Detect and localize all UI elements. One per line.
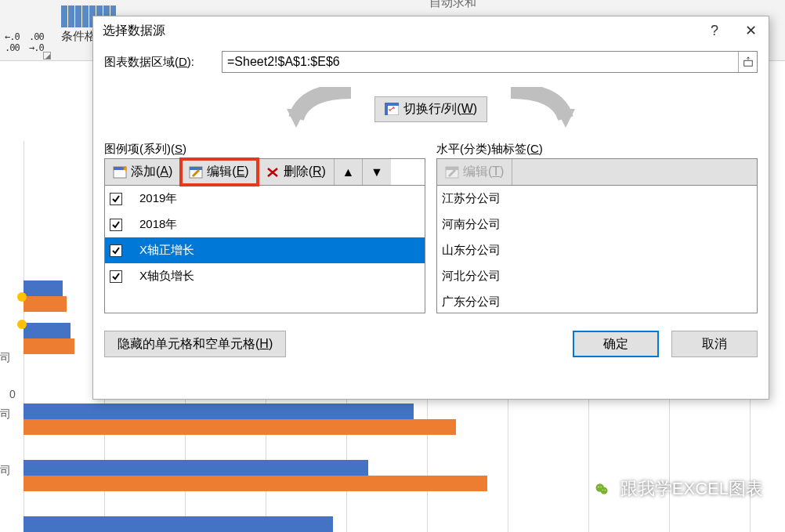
ok-button[interactable]: 确定 xyxy=(573,331,659,357)
category-item-label: 江苏分公司 xyxy=(442,191,501,206)
axis-zero-label: 0 xyxy=(9,388,16,400)
select-data-source-dialog: 选择数据源 ? ✕ 图表数据区域(D): xyxy=(92,16,769,400)
series-item-label: X轴正增长 xyxy=(132,243,194,258)
series-toolbar: ✶ 添加(A) 编辑(E) 删除(R) ▲ ▼ xyxy=(104,158,425,185)
chart-bar xyxy=(24,296,67,312)
chart-data-range-label: 图表数据区域(D): xyxy=(104,55,222,70)
add-icon: ✶ xyxy=(113,166,127,179)
switch-row-column-button[interactable]: 切换行/列(W) xyxy=(374,96,487,122)
series-checkbox[interactable] xyxy=(110,193,122,205)
category-list-item[interactable]: 河北分公司 xyxy=(437,263,757,289)
category-axis-label: 司 xyxy=(0,407,11,422)
category-list-item[interactable]: 河南分公司 xyxy=(437,212,757,237)
series-listbox[interactable]: 2019年2018年X轴正增长X轴负增长 xyxy=(104,185,425,313)
increase-decimal-icon: .00 →.0 xyxy=(5,42,44,53)
range-picker-icon xyxy=(743,56,754,67)
series-list-item[interactable]: 2018年 xyxy=(105,212,425,237)
chart-bar xyxy=(24,323,71,338)
series-checkbox[interactable] xyxy=(110,270,122,283)
svg-rect-10 xyxy=(446,167,458,170)
chart-bar xyxy=(24,280,63,296)
chart-bar xyxy=(24,476,487,491)
decrease-decimal-icon: ←.0 .00 xyxy=(5,31,44,42)
series-checkbox[interactable] xyxy=(110,244,122,257)
help-icon: ? xyxy=(711,23,718,39)
series-list-item[interactable]: X轴负增长 xyxy=(105,263,425,289)
add-series-button[interactable]: ✶ 添加(A) xyxy=(105,159,181,185)
conditional-formatting-label: 条件格 xyxy=(61,29,96,42)
category-list-item[interactable]: 江苏分公司 xyxy=(437,186,757,212)
decimal-buttons[interactable]: ←.0 .00 .00 →.0 xyxy=(5,31,44,53)
chart-bar xyxy=(24,460,368,476)
edit-icon xyxy=(189,166,203,179)
svg-text:✶: ✶ xyxy=(122,166,127,173)
legend-series-label: 图例项(系列)(S) xyxy=(104,142,425,157)
chart-marker xyxy=(17,320,27,329)
ok-label: 确定 xyxy=(603,336,628,353)
chart-bar xyxy=(24,338,74,354)
series-item-label: 2019年 xyxy=(132,191,177,206)
series-checkbox[interactable] xyxy=(110,219,122,231)
chart-data-range-input[interactable] xyxy=(222,52,738,72)
chart-bar xyxy=(24,419,456,435)
add-series-label: 添加(A) xyxy=(131,164,172,180)
hidden-empty-cells-button[interactable]: 隐藏的单元格和空单元格(H) xyxy=(104,331,286,357)
chevron-up-icon: ▲ xyxy=(342,165,354,179)
chart-bar xyxy=(24,404,414,419)
category-listbox[interactable]: 江苏分公司河南分公司山东分公司河北分公司广东分公司 xyxy=(436,185,758,313)
category-item-label: 河南分公司 xyxy=(442,217,501,232)
edit-category-button[interactable]: 编辑(T) xyxy=(437,159,512,185)
category-list-item[interactable]: 广东分公司 xyxy=(437,289,757,313)
conditional-formatting-button[interactable]: 条件格 xyxy=(61,29,96,44)
category-axis-label-heading: 水平(分类)轴标签(C) xyxy=(436,142,758,157)
series-item-label: 2018年 xyxy=(132,217,177,232)
curved-arrow-right-icon xyxy=(495,87,589,131)
category-item-label: 广东分公司 xyxy=(442,295,501,309)
close-icon: ✕ xyxy=(745,22,757,39)
dialog-titlebar: 选择数据源 ? ✕ xyxy=(93,16,769,45)
remove-icon xyxy=(266,166,280,179)
series-list-item[interactable]: X轴正增长 xyxy=(105,237,425,263)
svg-rect-0 xyxy=(743,60,752,66)
remove-series-label: 删除(R) xyxy=(284,164,326,180)
help-button[interactable]: ? xyxy=(696,16,733,45)
chart-bar xyxy=(24,516,333,532)
switch-row-column-icon xyxy=(385,103,399,115)
edit-category-label: 编辑(T) xyxy=(463,164,504,180)
edit-icon xyxy=(445,166,459,179)
dialog-title: 选择数据源 xyxy=(103,23,165,39)
autosum-fragment: 自动求和 xyxy=(429,0,476,10)
chevron-down-icon: ▼ xyxy=(371,165,383,179)
chart-marker xyxy=(17,292,27,302)
category-list-item[interactable]: 山东分公司 xyxy=(437,237,757,263)
category-axis-label: 司 xyxy=(0,464,11,478)
category-toolbar: 编辑(T) xyxy=(436,158,758,185)
category-item-label: 山东分公司 xyxy=(442,243,501,258)
edit-series-label: 编辑(E) xyxy=(207,164,248,180)
move-series-down-button[interactable]: ▼ xyxy=(363,159,391,185)
collapse-dialog-button[interactable] xyxy=(738,52,757,72)
category-item-label: 河北分公司 xyxy=(442,269,501,284)
series-item-label: X轴负增长 xyxy=(132,269,194,284)
svg-rect-3 xyxy=(385,103,388,115)
number-group-launcher-icon[interactable] xyxy=(43,52,51,60)
edit-series-button[interactable]: 编辑(E) xyxy=(181,159,257,185)
svg-rect-8 xyxy=(190,167,202,170)
move-series-up-button[interactable]: ▲ xyxy=(335,159,363,185)
remove-series-button[interactable]: 删除(R) xyxy=(258,159,335,185)
switch-row-column-label: 切换行/列(W) xyxy=(403,101,477,118)
close-button[interactable]: ✕ xyxy=(733,16,769,45)
hidden-empty-cells-label: 隐藏的单元格和空单元格(H) xyxy=(118,336,273,353)
curved-arrow-left-icon xyxy=(273,87,367,131)
cancel-button[interactable]: 取消 xyxy=(671,331,758,357)
cancel-label: 取消 xyxy=(702,336,727,353)
series-list-item[interactable]: 2019年 xyxy=(105,186,425,212)
category-axis-label: 司 xyxy=(0,351,11,365)
